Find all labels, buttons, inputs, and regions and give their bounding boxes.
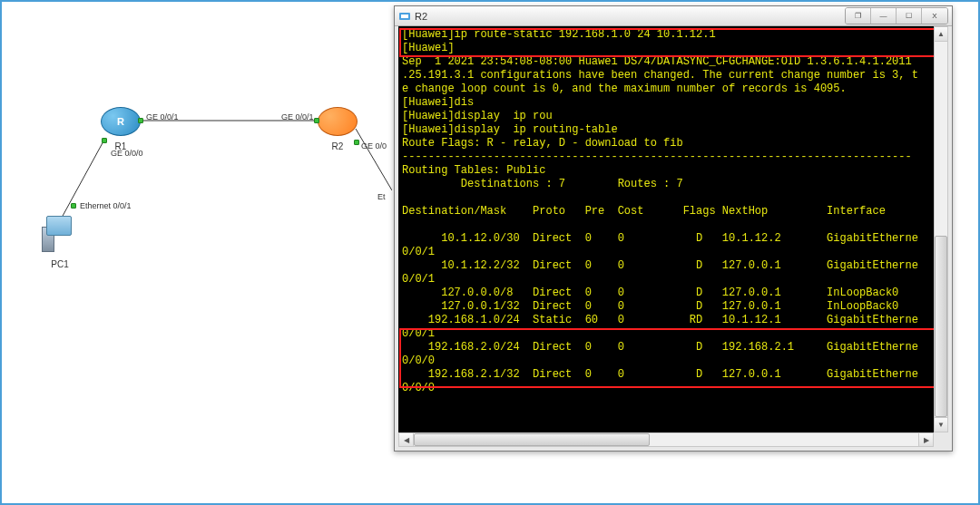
pc1[interactable]: PC1 [42,216,78,259]
app-icon [398,10,411,23]
svg-line-2 [356,129,392,190]
link-dot [314,118,319,123]
router-icon: R [101,107,141,136]
horizontal-scrollbar[interactable]: ◀ ▶ [398,432,934,447]
scroll-right-button[interactable]: ▶ [918,433,933,446]
terminal-window-r2[interactable]: R2 ❐ — ☐ X [Huawei]ip route-static 192.1… [394,5,953,452]
link-dot [71,203,76,209]
interface-label: GE 0/0/1 [281,112,314,121]
minimize-button[interactable]: — [871,8,897,24]
interface-label: GE 0/0/0 [111,149,143,158]
restore-button[interactable]: ❐ [846,8,871,24]
svg-rect-4 [401,15,408,18]
router-icon [318,107,358,136]
resize-grip[interactable] [934,432,948,447]
scroll-left-button[interactable]: ◀ [399,433,414,446]
vertical-scrollbar[interactable]: ▲ ▼ [934,26,948,432]
maximize-button[interactable]: ☐ [897,8,922,24]
interface-label: Ethernet 0/0/1 [80,201,132,210]
interface-label: GE 0/0 [361,141,387,151]
router-r2-label: R2 [332,141,344,151]
link-dot [354,140,359,145]
window-controls: ❐ — ☐ X [845,7,948,24]
scroll-down-button[interactable]: ▼ [935,417,947,432]
scroll-up-button[interactable]: ▲ [935,27,947,42]
router-r2[interactable]: R2 [318,107,358,141]
pc-icon [42,216,76,256]
pc1-label: PC1 [51,259,68,269]
scroll-track[interactable] [935,42,947,417]
interface-label: Et [377,192,386,201]
link-dot [102,138,107,143]
titlebar[interactable]: R2 ❐ — ☐ X [395,6,952,26]
terminal-output[interactable]: [Huawei]ip route-static 192.168.1.0 24 1… [398,26,948,432]
link-dot [138,118,143,123]
scroll-thumb[interactable] [935,236,947,417]
close-button[interactable]: X [922,8,947,24]
router-letter: R [117,116,124,127]
router-r1[interactable]: R R1 [101,107,141,141]
scroll-thumb[interactable] [414,433,650,446]
topology-canvas[interactable]: R R1 GE 0/0/1 GE 0/0/0 R2 GE 0/0/1 GE 0/… [0,0,980,505]
scroll-track[interactable] [414,433,918,446]
interface-label: GE 0/0/1 [146,112,179,121]
